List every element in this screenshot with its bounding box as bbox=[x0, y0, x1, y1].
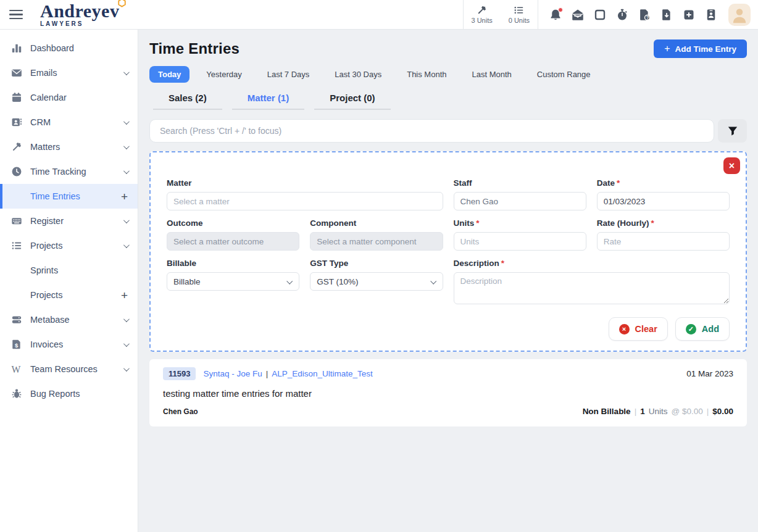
tab-sales[interactable]: Sales (2) bbox=[153, 88, 222, 110]
chevron-down-icon bbox=[123, 69, 130, 75]
time-entry-form: × Matter Staff Date* Outcome Select a ma… bbox=[149, 151, 747, 352]
units-count: 1 bbox=[640, 407, 645, 416]
matter-units-label: 3 Units bbox=[472, 17, 493, 24]
top-bar: Andreyev LAWYERS 3 Units 0 Units bbox=[0, 0, 758, 30]
sidebar-item-time-tracking[interactable]: Time Tracking bbox=[0, 159, 138, 184]
units-word: Units bbox=[649, 407, 668, 416]
tab-project[interactable]: Project (0) bbox=[314, 88, 390, 110]
gavel-icon bbox=[477, 5, 487, 15]
required-asterisk: * bbox=[476, 218, 479, 228]
list-icon bbox=[514, 5, 524, 15]
gst-type-label: GST Type bbox=[310, 259, 443, 268]
sidebar-item-metabase[interactable]: Metabase bbox=[0, 307, 138, 332]
server-icon bbox=[11, 314, 22, 325]
sidebar-item-projects[interactable]: Projects bbox=[0, 233, 138, 258]
gst-type-select[interactable]: GST (10%) bbox=[310, 272, 443, 291]
sidebar-item-calendar[interactable]: Calendar bbox=[0, 85, 138, 110]
square-plus-icon[interactable] bbox=[683, 9, 695, 21]
entry-billing-summary: Non Billable | 1 Units @ $0.00 | $0.00 bbox=[583, 407, 733, 416]
entry-date: 01 Mar 2023 bbox=[686, 369, 733, 378]
add-project-plus-icon[interactable]: + bbox=[121, 289, 128, 301]
mail-open-icon[interactable] bbox=[572, 9, 584, 21]
stopwatch-icon[interactable] bbox=[616, 9, 628, 21]
close-form-button[interactable]: × bbox=[723, 157, 740, 174]
date-filter-today[interactable]: Today bbox=[149, 66, 190, 83]
avatar[interactable] bbox=[728, 4, 751, 26]
staff-input[interactable] bbox=[454, 192, 586, 210]
topbar-icons: ? bbox=[544, 9, 722, 21]
logo-wordmark: Andreyev bbox=[40, 2, 119, 20]
date-filter-yesterday[interactable]: Yesterday bbox=[198, 66, 250, 83]
menu-toggle-icon[interactable] bbox=[9, 10, 23, 20]
funnel-icon bbox=[727, 125, 738, 136]
svg-text:W: W bbox=[12, 364, 21, 375]
date-filter-last-month[interactable]: Last Month bbox=[464, 66, 520, 83]
sidebar-item-time-entries[interactable]: Time Entries + bbox=[0, 184, 138, 209]
entry-type-tabs: Sales (2) Matter (1) Project (0) bbox=[149, 88, 747, 110]
chevron-down-icon bbox=[123, 168, 130, 174]
date-filter-last-30-days[interactable]: Last 30 Days bbox=[326, 66, 390, 83]
outcome-label: Outcome bbox=[167, 218, 299, 228]
date-filter-last-7-days[interactable]: Last 7 Days bbox=[259, 66, 319, 83]
rate-label: Rate (Hourly) bbox=[597, 218, 649, 228]
staff-label: Staff bbox=[454, 178, 586, 188]
filter-button[interactable] bbox=[718, 119, 747, 143]
file-download-icon[interactable] bbox=[660, 9, 673, 21]
date-input[interactable] bbox=[597, 192, 730, 210]
sidebar-item-register[interactable]: Register bbox=[0, 209, 138, 233]
id-card-icon[interactable] bbox=[705, 9, 717, 21]
required-asterisk: * bbox=[501, 259, 504, 268]
chevron-down-icon bbox=[123, 217, 130, 223]
add-time-entry-plus-icon[interactable]: + bbox=[121, 191, 128, 202]
sidebar-item-dashboard[interactable]: Dashboard bbox=[0, 36, 138, 60]
billable-status: Non Billable bbox=[583, 407, 631, 416]
matter-client-link[interactable]: Syntaq - Joe Fu bbox=[203, 369, 262, 378]
sidebar-item-projects-sub[interactable]: Projects + bbox=[0, 283, 138, 307]
sidebar-item-sprints[interactable]: Sprints bbox=[0, 258, 138, 283]
matter-name-link[interactable]: ALP_Edison_Ultimate_Test bbox=[272, 369, 373, 378]
chevron-down-icon bbox=[287, 278, 293, 284]
outcome-input-disabled: Select a matter outcome bbox=[167, 232, 299, 251]
svg-text:$: $ bbox=[15, 342, 19, 349]
clear-x-icon: × bbox=[619, 324, 630, 335]
file-question-icon[interactable]: ? bbox=[638, 9, 651, 21]
date-filter-custom-range[interactable]: Custom Range bbox=[528, 66, 599, 83]
date-label: Date bbox=[597, 178, 615, 188]
date-filter-this-month[interactable]: This Month bbox=[398, 66, 455, 83]
chevron-down-icon bbox=[430, 278, 436, 284]
chevron-down-icon bbox=[123, 365, 130, 372]
field-staff: Staff bbox=[454, 178, 586, 210]
matter-input[interactable] bbox=[167, 192, 443, 210]
description-textarea[interactable] bbox=[454, 272, 730, 304]
search-input[interactable] bbox=[149, 119, 714, 143]
billable-select[interactable]: Billable bbox=[167, 272, 299, 291]
sidebar-item-bug-reports[interactable]: Bug Reports bbox=[0, 381, 138, 406]
sidebar-item-emails[interactable]: Emails bbox=[0, 60, 138, 85]
sidebar: Dashboard Emails Calendar CRM Matters Ti… bbox=[0, 30, 138, 532]
chevron-down-icon bbox=[123, 316, 130, 322]
add-button[interactable]: ✓ Add bbox=[675, 317, 730, 341]
add-time-entry-button[interactable]: + Add Time Entry bbox=[654, 39, 747, 58]
rate-text: @ $0.00 bbox=[671, 407, 702, 416]
chevron-down-icon bbox=[123, 118, 130, 125]
bell-icon[interactable] bbox=[549, 9, 562, 21]
rate-input[interactable] bbox=[597, 232, 730, 251]
clear-button[interactable]: × Clear bbox=[609, 317, 668, 341]
main-content: Time Entries + Add Time Entry Today Yest… bbox=[138, 30, 758, 532]
sidebar-item-matters[interactable]: Matters bbox=[0, 135, 138, 159]
time-entry-row[interactable]: 11593 Syntaq - Joe Fu | ALP_Edison_Ultim… bbox=[149, 359, 747, 426]
plus-icon: + bbox=[664, 43, 670, 54]
field-gst-type: GST Type GST (10%) bbox=[310, 259, 443, 307]
sidebar-item-invoices[interactable]: $ Invoices bbox=[0, 332, 138, 357]
note-icon[interactable] bbox=[594, 9, 606, 21]
sidebar-item-crm[interactable]: CRM bbox=[0, 110, 138, 135]
close-icon: × bbox=[729, 160, 735, 172]
project-units-counter[interactable]: 0 Units bbox=[501, 0, 538, 30]
app-logo[interactable]: Andreyev LAWYERS bbox=[40, 2, 119, 27]
units-input[interactable] bbox=[454, 232, 586, 251]
matter-units-counter[interactable]: 3 Units bbox=[464, 0, 501, 30]
field-units: Units* bbox=[454, 218, 586, 251]
tab-matter[interactable]: Matter (1) bbox=[232, 88, 305, 110]
sidebar-item-team-resources[interactable]: W Team Resources bbox=[0, 357, 138, 381]
contact-card-icon bbox=[11, 117, 22, 128]
